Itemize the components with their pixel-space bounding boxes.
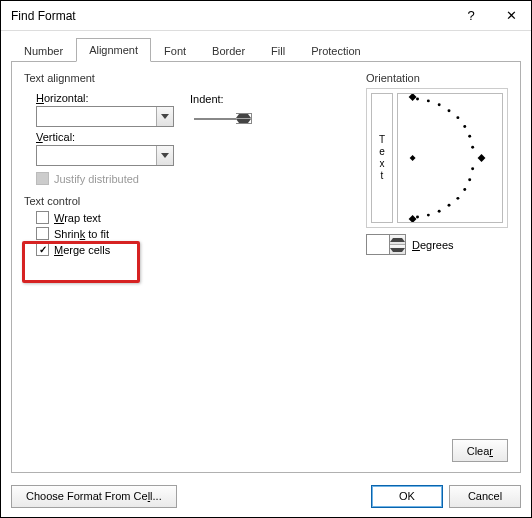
orientation-label: Orientation bbox=[366, 72, 508, 84]
indent-stepper[interactable] bbox=[194, 107, 252, 130]
svg-point-17 bbox=[438, 210, 441, 213]
chevron-down-icon bbox=[156, 146, 173, 165]
choose-format-button[interactable]: Choose Format From Cell... bbox=[11, 485, 177, 508]
tab-protection[interactable]: Protection bbox=[298, 39, 374, 63]
horizontal-label: Horizontal: bbox=[36, 92, 174, 104]
orientation-arc[interactable] bbox=[397, 93, 503, 223]
merge-cells-checkbox[interactable]: ✓ bbox=[36, 243, 49, 256]
horizontal-combo[interactable] bbox=[36, 106, 174, 127]
spin-down-icon[interactable] bbox=[390, 244, 405, 254]
svg-marker-2 bbox=[409, 94, 417, 101]
degrees-label: Degrees bbox=[412, 239, 454, 251]
vertical-combo[interactable] bbox=[36, 145, 174, 166]
svg-marker-3 bbox=[409, 215, 417, 222]
close-button[interactable]: ✕ bbox=[491, 1, 531, 31]
svg-point-15 bbox=[456, 197, 459, 200]
justify-distributed-checkbox bbox=[36, 172, 49, 185]
tab-border[interactable]: Border bbox=[199, 39, 258, 63]
svg-point-4 bbox=[471, 146, 474, 149]
cancel-button[interactable]: Cancel bbox=[449, 485, 521, 508]
title-bar: Find Format ? ✕ bbox=[1, 1, 531, 31]
svg-point-19 bbox=[416, 216, 419, 219]
svg-marker-0 bbox=[410, 155, 416, 161]
svg-point-14 bbox=[463, 188, 466, 191]
svg-point-6 bbox=[463, 125, 466, 128]
spin-up-icon[interactable] bbox=[390, 235, 405, 244]
indent-label: Indent: bbox=[190, 93, 252, 105]
shrink-to-fit-label: Shrink to fit bbox=[54, 228, 109, 240]
justify-distributed-label: Justify distributed bbox=[54, 173, 139, 185]
degrees-stepper[interactable] bbox=[366, 234, 406, 255]
help-button[interactable]: ? bbox=[451, 1, 491, 31]
window-title: Find Format bbox=[11, 9, 451, 23]
orientation-widget[interactable]: Text bbox=[366, 88, 508, 228]
svg-point-10 bbox=[427, 99, 430, 102]
tab-font[interactable]: Font bbox=[151, 39, 199, 63]
ok-button[interactable]: OK bbox=[371, 485, 443, 508]
tab-fill[interactable]: Fill bbox=[258, 39, 298, 63]
dialog-footer: Choose Format From Cell... OK Cancel bbox=[1, 475, 531, 517]
spin-down-icon[interactable] bbox=[236, 118, 251, 123]
wrap-text-label: Wrap text bbox=[54, 212, 101, 224]
tab-strip: Number Alignment Font Border Fill Protec… bbox=[11, 37, 521, 61]
tab-panel: Text alignment Horizontal: Vertical: bbox=[11, 61, 521, 473]
tab-alignment[interactable]: Alignment bbox=[76, 38, 151, 62]
tab-number[interactable]: Number bbox=[11, 39, 76, 63]
text-alignment-label: Text alignment bbox=[24, 72, 358, 84]
wrap-text-checkbox[interactable] bbox=[36, 211, 49, 224]
merge-cells-label: Merge cells bbox=[54, 244, 110, 256]
svg-marker-1 bbox=[478, 154, 486, 162]
chevron-down-icon bbox=[156, 107, 173, 126]
svg-point-13 bbox=[468, 178, 471, 181]
svg-point-16 bbox=[448, 204, 451, 207]
vertical-label: Vertical: bbox=[36, 131, 174, 143]
svg-point-9 bbox=[438, 103, 441, 106]
svg-point-8 bbox=[448, 109, 451, 112]
svg-point-7 bbox=[456, 116, 459, 119]
clear-button[interactable]: Clear bbox=[452, 439, 508, 462]
orientation-vertical-text[interactable]: Text bbox=[371, 93, 393, 223]
svg-point-12 bbox=[471, 167, 474, 170]
shrink-to-fit-checkbox[interactable] bbox=[36, 227, 49, 240]
svg-point-5 bbox=[468, 135, 471, 138]
svg-point-11 bbox=[416, 97, 419, 100]
text-control-label: Text control bbox=[24, 195, 358, 207]
svg-point-18 bbox=[427, 214, 430, 217]
